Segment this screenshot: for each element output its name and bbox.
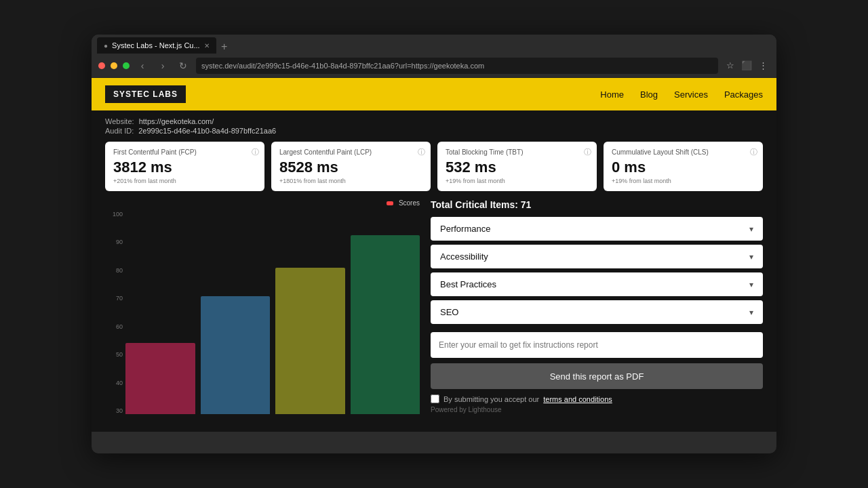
metric-fcp-info-icon[interactable]: ⓘ: [252, 147, 259, 157]
y-label-90: 90: [105, 239, 123, 245]
metric-cls-info-icon[interactable]: ⓘ: [750, 147, 757, 157]
bar-2: [275, 211, 345, 414]
y-label-50: 50: [105, 351, 123, 358]
metric-cls-title: Cummulative Layout Shift (CLS): [612, 148, 755, 156]
metric-cls-change: +19% from last month: [612, 178, 755, 184]
window-max[interactable]: [123, 62, 130, 69]
chevron-down-icon: ▾: [749, 308, 753, 317]
site-logo: SYSTEC LABS: [105, 85, 186, 103]
metric-fcp-value: 3812 ms: [113, 159, 256, 176]
bar-0: [125, 211, 195, 414]
y-label-80: 80: [105, 267, 123, 274]
address-bar[interactable]: systec.dev/audit/2e999c15-d46e-41b0-8a4d…: [196, 58, 718, 74]
metric-lcp-title: Largest Contentful Paint (LCP): [279, 148, 422, 156]
metric-fcp-title: First Contentful Paint (FCP): [113, 148, 256, 156]
metrics-grid: First Contentful Paint (FCP) 3812 ms +20…: [105, 142, 763, 191]
metric-tbt-value: 532 ms: [446, 159, 589, 176]
metric-lcp-value: 8528 ms: [279, 159, 422, 176]
metric-fcp-change: +201% from last month: [113, 178, 256, 184]
window-min[interactable]: [111, 62, 117, 69]
accordion-seo: SEO ▾: [431, 300, 763, 324]
forward-button[interactable]: ›: [155, 58, 170, 73]
terms-link[interactable]: terms and conditions: [543, 395, 612, 403]
chart-container: 100 90 80 70 60 50 40 30: [105, 211, 420, 414]
accordion-performance-header[interactable]: Performance ▾: [431, 217, 763, 241]
terms-text: By submitting you accept our: [443, 395, 539, 403]
body-section: Scores 100 90 80 70 60 50 40 30: [105, 199, 763, 414]
legend-dot-icon: [387, 201, 393, 205]
metric-tbt-title: Total Blocking Time (TBT): [446, 148, 589, 156]
metric-cls-value: 0 ms: [612, 159, 755, 176]
terms-checkbox[interactable]: [431, 394, 439, 403]
powered-by: Powered by Lighthouse: [431, 406, 763, 413]
site-nav-links: Home Blog Services Packages: [600, 89, 763, 100]
tab-close-icon[interactable]: ✕: [204, 42, 210, 49]
reload-button[interactable]: ↻: [176, 58, 191, 73]
metric-tbt-info-icon[interactable]: ⓘ: [584, 147, 591, 157]
metric-lcp-info-icon[interactable]: ⓘ: [418, 147, 425, 157]
site-nav: SYSTEC LABS Home Blog Services Packages: [92, 78, 776, 110]
metric-fcp: First Contentful Paint (FCP) 3812 ms +20…: [105, 142, 264, 191]
chart-y-axis: 100 90 80 70 60 50 40 30: [105, 211, 125, 414]
bookmark-icon[interactable]: ☆: [724, 59, 737, 73]
y-label-70: 70: [105, 295, 123, 302]
back-button[interactable]: ‹: [135, 58, 150, 73]
window-close[interactable]: [98, 62, 105, 69]
url-text: systec.dev/audit/2e999c15-d46e-41b0-8a4d…: [201, 62, 484, 70]
nav-link-packages[interactable]: Packages: [724, 89, 763, 100]
page-content: SYSTEC LABS Home Blog Services Packages …: [92, 78, 776, 432]
y-label-30: 30: [105, 407, 123, 414]
metric-lcp-change: +1801% from last month: [279, 178, 422, 184]
extensions-icon[interactable]: ⬛: [740, 59, 753, 73]
browser-toolbar: ‹ › ↻ systec.dev/audit/2e999c15-d46e-41b…: [92, 54, 776, 78]
metric-lcp: Largest Contentful Paint (LCP) 8528 ms +…: [271, 142, 431, 191]
y-label-100: 100: [105, 211, 123, 218]
accordion-accessibility-label: Accessibility: [440, 251, 488, 262]
accordion-accessibility: Accessibility ▾: [431, 245, 763, 268]
active-tab[interactable]: ● Systec Labs - Next.js Cu... ✕: [97, 37, 216, 54]
toolbar-icons: ☆ ⬛ ⋮: [724, 59, 770, 73]
browser-window: ● Systec Labs - Next.js Cu... ✕ + ‹ › ↻ …: [92, 35, 776, 453]
email-input[interactable]: [431, 332, 763, 358]
chart-bars: [125, 211, 420, 414]
tab-bar: ● Systec Labs - Next.js Cu... ✕ +: [92, 35, 776, 54]
accordion-best-practices-label: Best Practices: [440, 279, 496, 289]
accordion-accessibility-header[interactable]: Accessibility ▾: [431, 245, 763, 268]
website-info: Website: https://geekoteka.com/: [105, 117, 763, 125]
accordion-seo-header[interactable]: SEO ▾: [431, 300, 763, 324]
metric-cls: Cummulative Layout Shift (CLS) 0 ms +19%…: [604, 142, 763, 191]
metric-tbt: Total Blocking Time (TBT) 532 ms +19% fr…: [437, 142, 597, 191]
chevron-down-icon: ▾: [749, 252, 753, 262]
y-label-40: 40: [105, 380, 123, 386]
audit-meta: Website: https://geekoteka.com/ Audit ID…: [105, 117, 763, 135]
chevron-down-icon: ▾: [749, 280, 753, 289]
accordion-best-practices-header[interactable]: Best Practices ▾: [431, 272, 763, 296]
legend-label: Scores: [399, 199, 420, 207]
chevron-down-icon: ▾: [749, 224, 753, 234]
terms-row: By submitting you accept our terms and c…: [431, 394, 763, 403]
settings-icon[interactable]: ⋮: [756, 59, 770, 73]
audit-id-info: Audit ID: 2e999c15-d46e-41b0-8a4d-897bff…: [105, 127, 763, 135]
tab-title: Systec Labs - Next.js Cu...: [112, 41, 200, 49]
new-tab-button[interactable]: +: [218, 40, 231, 54]
chart-legend: Scores: [105, 199, 420, 207]
accordion-seo-label: SEO: [440, 307, 458, 317]
nav-link-blog[interactable]: Blog: [640, 89, 658, 100]
bar-3: [351, 211, 420, 414]
bar-1: [201, 211, 271, 414]
metric-tbt-change: +19% from last month: [446, 178, 589, 184]
nav-link-home[interactable]: Home: [600, 89, 624, 100]
chart-area: Scores 100 90 80 70 60 50 40 30: [105, 199, 420, 414]
send-report-button[interactable]: Send this report as PDF: [431, 363, 763, 389]
y-label-60: 60: [105, 323, 123, 330]
accordion-performance-label: Performance: [440, 224, 490, 234]
nav-link-services[interactable]: Services: [674, 89, 708, 100]
right-panel: Total Critical Items: 71 Performance ▾ A…: [431, 199, 763, 414]
accordion-performance: Performance ▾: [431, 217, 763, 241]
main-content: Website: https://geekoteka.com/ Audit ID…: [92, 110, 776, 421]
critical-items-title: Total Critical Items: 71: [431, 199, 763, 210]
accordion-best-practices: Best Practices ▾: [431, 272, 763, 296]
